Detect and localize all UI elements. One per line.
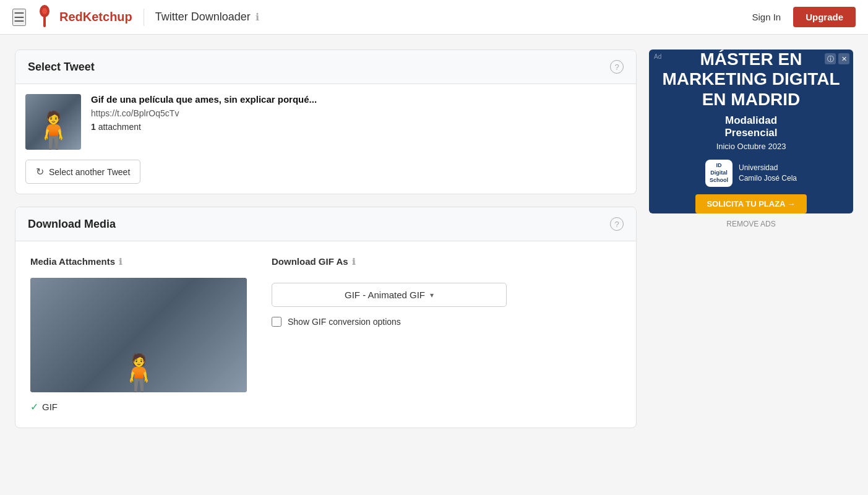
- logo-link[interactable]: RedKetchup: [35, 5, 132, 30]
- ad-title-line1: MÁSTER EN: [662, 50, 840, 69]
- ad-subtitle-line1: Modalidad: [724, 114, 777, 127]
- ad-label: Ad: [654, 53, 661, 60]
- ad-logo-box: IDDigitalSchool: [705, 160, 733, 187]
- show-gif-options-label: Show GIF conversion options: [288, 317, 401, 327]
- ad-logo-row: IDDigitalSchool Universidad Camilo José …: [705, 160, 797, 187]
- media-image: 🧍: [116, 355, 162, 392]
- gif-download-section: Download GIF As ℹ GIF - Animated GIF ▾ S…: [272, 256, 621, 327]
- left-column: Select Tweet ? 🧍 Gif de una película que…: [15, 50, 637, 428]
- tweet-preview: 🧍 Gif de una película que ames, sin expl…: [15, 84, 636, 160]
- ad-date: Inicio Octubre 2023: [716, 142, 786, 151]
- media-thumbnail[interactable]: 🧍: [30, 278, 247, 392]
- tweet-attachment-count: 1 attachment: [91, 122, 626, 132]
- navbar-title: Twitter Downloader: [155, 11, 251, 24]
- select-tweet-title: Select Tweet: [28, 61, 95, 74]
- show-gif-options-checkbox[interactable]: [272, 317, 281, 327]
- navbar-info-icon[interactable]: ℹ: [256, 11, 259, 23]
- tweet-thumbnail: 🧍: [25, 94, 81, 150]
- svg-rect-1: [43, 16, 46, 27]
- download-media-title: Download Media: [28, 218, 116, 231]
- tweet-image: 🧍: [30, 113, 77, 150]
- download-gif-as-info-icon[interactable]: ℹ: [352, 257, 355, 267]
- select-tweet-card: Select Tweet ? 🧍 Gif de una película que…: [15, 50, 637, 194]
- download-media-card: Download Media ? Media Attachments ℹ 🧍: [15, 207, 637, 428]
- tweet-text: Gif de una película que ames, sin explic…: [91, 94, 626, 105]
- right-column: Ad ⓘ ✕ MÁSTER EN MARKETING DIGITAL EN MA…: [649, 50, 853, 428]
- remove-ads-link[interactable]: REMOVE ADS: [649, 220, 853, 228]
- ad-title-line3: EN MADRID: [662, 90, 840, 110]
- gif-format-label: GIF - Animated GIF: [345, 290, 425, 300]
- media-attachments-label: Media Attachments ℹ: [30, 256, 122, 267]
- navbar-divider: [144, 9, 144, 26]
- media-attachments-info-icon[interactable]: ℹ: [119, 257, 122, 267]
- refresh-icon: ↻: [36, 166, 44, 178]
- download-body: Media Attachments ℹ 🧍 ✓ GIF: [15, 241, 636, 428]
- select-tweet-help-icon[interactable]: ?: [610, 60, 624, 74]
- logo-text: RedKetchup: [59, 10, 132, 24]
- navbar: ☰ RedKetchup Twitter Downloader ℹ Sign I…: [0, 0, 868, 35]
- signin-button[interactable]: Sign In: [752, 12, 781, 22]
- download-media-help-icon[interactable]: ?: [610, 217, 624, 231]
- dropdown-arrow-icon: ▾: [430, 291, 434, 299]
- tweet-url: https://t.co/BplrOq5cTv: [91, 108, 626, 118]
- main-layout: Select Tweet ? 🧍 Gif de una película que…: [0, 35, 868, 443]
- checkmark-icon: ✓: [30, 401, 38, 413]
- ad-subtitle-line2: Presencial: [724, 127, 777, 139]
- ad-info-button[interactable]: ⓘ: [825, 53, 836, 64]
- download-gif-as-label: Download GIF As ℹ: [272, 256, 621, 267]
- logo-icon: [35, 5, 54, 30]
- ad-university: Universidad Camilo José Cela: [739, 163, 797, 184]
- hamburger-menu-button[interactable]: ☰: [12, 9, 26, 26]
- svg-point-2: [42, 8, 47, 14]
- ad-panel: Ad ⓘ ✕ MÁSTER EN MARKETING DIGITAL EN MA…: [649, 50, 853, 213]
- gif-format-dropdown[interactable]: GIF - Animated GIF ▾: [272, 283, 507, 307]
- select-another-label: Select another Tweet: [49, 167, 130, 177]
- select-another-tweet-button[interactable]: ↻ Select another Tweet: [25, 160, 140, 184]
- ad-cta-button[interactable]: SOLICITA TU PLAZA →: [695, 194, 806, 213]
- gif-option-row: Show GIF conversion options: [272, 317, 621, 327]
- media-attachments-section: Media Attachments ℹ 🧍 ✓ GIF: [30, 256, 247, 413]
- ad-close-row: ⓘ ✕: [825, 53, 849, 64]
- tweet-info: Gif de una película que ames, sin explic…: [91, 94, 626, 132]
- upgrade-button[interactable]: Upgrade: [793, 7, 856, 27]
- media-type-label: ✓ GIF: [30, 401, 58, 413]
- download-media-card-header: Download Media ?: [15, 207, 636, 241]
- ad-title-line2: MARKETING DIGITAL: [662, 69, 840, 89]
- select-tweet-card-header: Select Tweet ?: [15, 50, 636, 84]
- ad-close-button[interactable]: ✕: [838, 53, 849, 64]
